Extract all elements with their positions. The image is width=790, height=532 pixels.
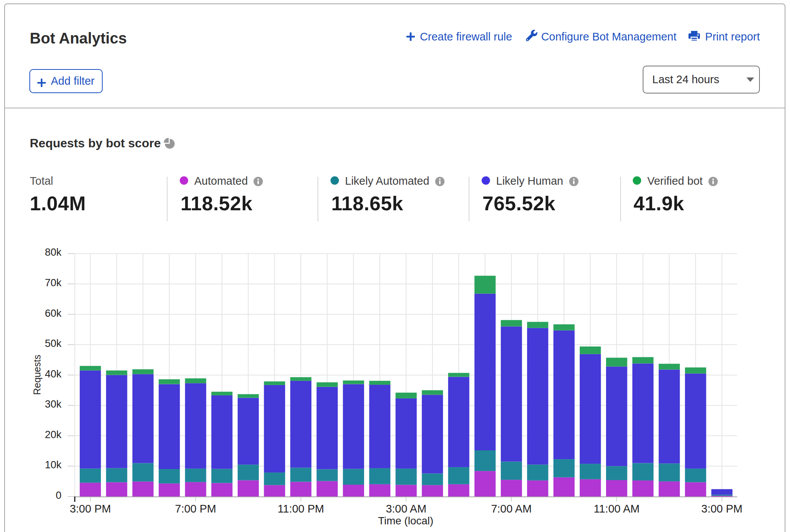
svg-text:30k: 30k <box>45 398 61 410</box>
svg-text:70k: 70k <box>45 277 61 289</box>
svg-text:11:00 PM: 11:00 PM <box>277 503 324 515</box>
svg-text:Time (local): Time (local) <box>378 515 433 527</box>
svg-text:3:00 PM: 3:00 PM <box>70 503 111 515</box>
svg-text:20k: 20k <box>45 429 61 440</box>
svg-text:80k: 80k <box>45 247 61 258</box>
svg-text:40k: 40k <box>45 368 61 380</box>
svg-text:60k: 60k <box>45 308 61 319</box>
svg-text:0: 0 <box>56 490 61 501</box>
svg-text:50k: 50k <box>45 338 61 349</box>
svg-text:7:00 AM: 7:00 AM <box>491 503 532 515</box>
svg-text:11:00 AM: 11:00 AM <box>594 503 640 515</box>
svg-text:Requests: Requests <box>32 355 42 395</box>
svg-text:10k: 10k <box>45 459 61 471</box>
svg-text:3:00 PM: 3:00 PM <box>701 503 743 515</box>
svg-text:7:00 PM: 7:00 PM <box>175 503 216 515</box>
svg-text:3:00 AM: 3:00 AM <box>386 503 426 515</box>
